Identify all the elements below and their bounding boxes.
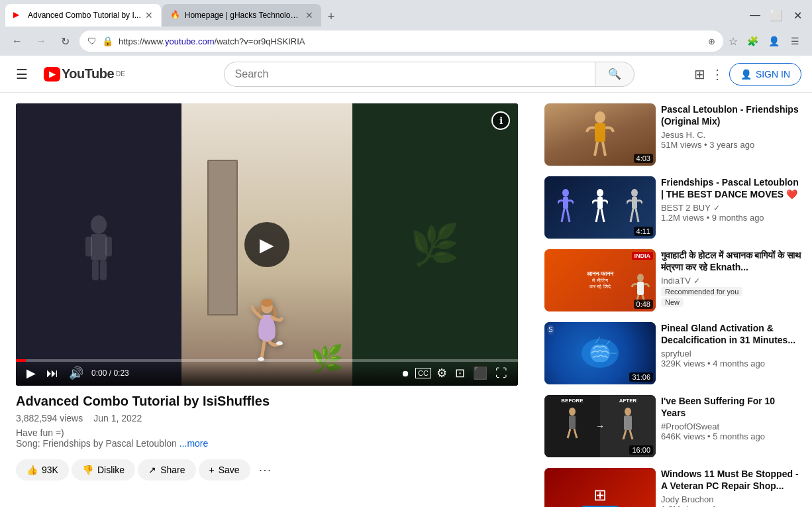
back-button[interactable]: ← [8, 32, 26, 50]
progress-bar[interactable] [16, 359, 518, 362]
captions-button[interactable]: CC [415, 368, 431, 378]
rec-thumb-0: 4:03 [544, 103, 656, 166]
svg-rect-28 [624, 416, 632, 430]
recommended-item-3[interactable]: S [542, 319, 804, 387]
bookmark-button[interactable]: ☆ [729, 35, 738, 48]
rec-thumb-4: BEFORE AFTER [544, 395, 656, 457]
rec-duration-1: 4:11 [634, 227, 653, 236]
next-button[interactable]: ⏭ [44, 365, 61, 382]
close-button[interactable]: ✕ [788, 6, 807, 25]
youtube-grid-icon[interactable]: ⊞ [694, 66, 705, 82]
rec-title-5: Windows 11 Must Be Stopped - A Veteran P… [661, 468, 801, 492]
svg-point-0 [91, 215, 107, 234]
rec-channel-name-4: #ProofOfSweat [661, 422, 719, 431]
view-count: 3,882,594 views [16, 413, 83, 423]
new-tab-button[interactable]: + [323, 7, 340, 27]
maximize-button[interactable]: ⬜ [767, 6, 786, 25]
autoplay-button[interactable]: ⏺ [399, 367, 413, 380]
fullscreen-button[interactable]: ⛶ [493, 365, 510, 382]
signin-label: SIGN IN [756, 69, 790, 80]
svg-point-19 [637, 274, 644, 282]
dislike-button[interactable]: 👎 Dislike [72, 459, 135, 480]
tab-close-ghacks[interactable]: ✕ [305, 10, 313, 21]
video-controls: ▶ ⏭ 🔊 0:00 / 0:23 ⏺ CC ⚙ ⊡ ⬛ [16, 359, 518, 386]
dancer3-svg [627, 188, 642, 227]
video-play-button[interactable]: ▶ [244, 222, 289, 267]
svg-rect-2 [85, 237, 92, 256]
more-link[interactable]: ...more [179, 438, 209, 449]
rec-channel-1: BEST 2 BUY ✓ [661, 203, 801, 213]
like-button[interactable]: 👍 93K [16, 459, 69, 480]
youtube-dots-icon[interactable]: ⋮ [711, 66, 724, 82]
recommended-item-2[interactable]: INDIA आनन-फानन में मीटिंग कर रहे शिदे [542, 247, 804, 314]
browser-tabs: ▶ Advanced Combo Tutorial by I... ✕ 🔥 Ho… [5, 4, 740, 27]
profile-icon[interactable]: 👤 [764, 32, 783, 50]
browser-titlebar: ▶ Advanced Combo Tutorial by I... ✕ 🔥 Ho… [0, 0, 812, 27]
like-icon: 👍 [26, 465, 38, 475]
youtube-video-section: 🌿 [0, 93, 534, 507]
volume-button[interactable]: 🔊 [66, 365, 86, 382]
user-circle-icon: 👤 [740, 69, 752, 80]
rec-thumb-2: INDIA आनन-फानन में मीटिंग कर रहे शिदे [544, 249, 656, 311]
address-bar[interactable]: 🛡 🔒 https://www.youtube.com/watch?v=or9q… [79, 30, 723, 52]
dancer2-svg [592, 188, 608, 227]
rec-channel-name-5: Jody Bruchon [661, 494, 714, 504]
rec-thumb-3: S [544, 322, 656, 384]
video-title: Advanced Combo Tutorial by IsiShuffles [16, 394, 518, 409]
youtube-menu-button[interactable]: ☰ [11, 61, 33, 87]
video-panel-right: 🌿 [352, 103, 518, 386]
youtube-search-button[interactable]: 🔍 [595, 62, 634, 87]
youtube-signin-button[interactable]: 👤 SIGN IN [729, 63, 801, 85]
like-count: 93K [42, 465, 58, 475]
miniplayer-button[interactable]: ⊡ [452, 365, 468, 382]
youtube-main: 🌿 [0, 93, 812, 507]
video-info-button[interactable]: ℹ [491, 111, 510, 130]
browser-right-icons: 🧩 👤 ☰ [743, 32, 804, 50]
save-button[interactable]: + Save [199, 459, 250, 480]
tab-favicon-ghacks: 🔥 [170, 10, 181, 21]
youtube-logo[interactable]: ▶ YouTubeDE [44, 66, 125, 82]
rec-channel-name-3: spryfuel [661, 349, 691, 359]
youtube-search-input[interactable] [224, 62, 595, 87]
time-display: 0:00 / 0:23 [91, 368, 129, 378]
youtube-player[interactable]: 🌿 [16, 103, 518, 386]
settings-button[interactable]: ⚙ [434, 365, 450, 382]
youtube-header-right: ⊞ ⋮ 👤 SIGN IN [694, 63, 801, 85]
svg-point-10 [276, 341, 283, 345]
recommended-item-4[interactable]: BEFORE AFTER [542, 392, 804, 460]
rec-new-badge-row: New [661, 298, 801, 307]
left-panel-content [16, 103, 181, 386]
more-actions-button[interactable]: ⋯ [253, 457, 277, 483]
rec-views-5: 1.2M views • 1 year ago [661, 504, 801, 507]
rec-title-0: Pascal Letoublon - Friendships (Original… [661, 103, 801, 127]
tab-close-youtube[interactable]: ✕ [145, 10, 153, 21]
tab-favicon-youtube: ▶ [13, 10, 24, 21]
play-pause-button[interactable]: ▶ [24, 365, 38, 382]
theater-button[interactable]: ⬛ [470, 365, 490, 382]
rec-duration-4: 16:00 [629, 445, 653, 455]
address-icons: ⊕ [708, 36, 715, 46]
player-background: 🌿 [16, 103, 518, 386]
rec-thumb-1: 4:11 [544, 176, 656, 239]
recommended-item-0[interactable]: 4:03 Pascal Letoublon - Friendships (Ori… [542, 101, 804, 168]
refresh-button[interactable]: ↻ [56, 32, 74, 50]
menu-icon[interactable]: ☰ [786, 32, 804, 50]
rec-channel-name-0: Jesus H. C. [661, 130, 705, 140]
svg-point-13 [562, 189, 569, 197]
rec-title-2: गुवाहाटी के होटल में अचानक बागियों के सा… [661, 249, 801, 273]
browser-tab-youtube[interactable]: ▶ Advanced Combo Tutorial by I... ✕ [5, 4, 161, 27]
minimize-button[interactable]: — [746, 6, 764, 25]
browser-tab-ghacks[interactable]: 🔥 Homepage | gHacks Technolog... ✕ [162, 4, 321, 27]
svg-point-7 [261, 299, 273, 307]
recommended-item-1[interactable]: 4:11 Friendships - Pascal Letoublon | TH… [542, 174, 804, 241]
share-button[interactable]: ↗ Share [138, 459, 195, 480]
extensions-icon[interactable]: 🧩 [743, 32, 762, 50]
youtube-logo-text: YouTube [62, 66, 114, 82]
song-credit: Song: Friendships by Pascal Letoublon [16, 438, 177, 449]
recommended-item-5[interactable]: ⊞ Windows 11 "YOUR" PC 18:57 Windows 11 … [542, 465, 804, 507]
recommended-badge: Recommended for you [661, 287, 742, 296]
tab-title-ghacks: Homepage | gHacks Technolog... [185, 11, 301, 20]
svg-rect-5 [100, 260, 107, 280]
forward-button[interactable]: → [32, 32, 50, 50]
svg-rect-14 [563, 197, 568, 209]
